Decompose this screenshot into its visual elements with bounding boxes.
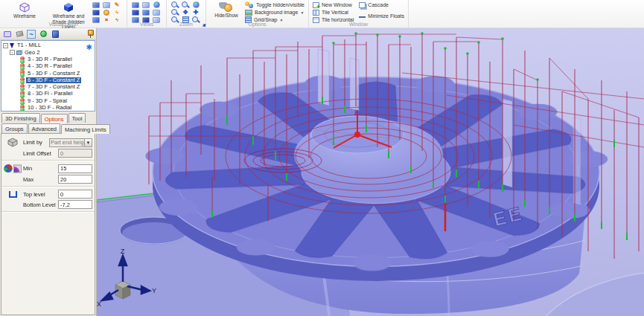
operation-parameters-panel: 3D Finishing Options Tool Groups Advance… xyxy=(0,112,96,316)
hide-show-icon xyxy=(219,1,234,13)
view-globe-icon[interactable] xyxy=(152,1,161,8)
ribbon-toolbar: Wireframe Wireframe and Shade (Hidden Li… xyxy=(0,0,644,28)
operation-status-icon xyxy=(19,63,25,70)
bottom-level-field[interactable]: -7,2 xyxy=(58,200,92,209)
mill-tool-icon xyxy=(10,43,14,48)
tree-operation-row[interactable]: 4 - 3D R - Parallel xyxy=(1,63,95,70)
tree-root-label: T1 - MILL xyxy=(16,42,42,49)
ribbon-group-hideshow: Hide/Show Toggle hidden/visible Backgrou… xyxy=(206,0,309,28)
shading-cube-icon[interactable] xyxy=(92,1,101,8)
hide-show-button[interactable]: Hide/Show xyxy=(210,1,243,19)
cam-manager-sidebar: ~ ✱ - T1 - MILL - Geo 2 3 - 3D R - Paral… xyxy=(0,28,97,316)
shaded-cube-icon xyxy=(62,1,75,13)
minimize-floats-button[interactable]: Minimize Floats xyxy=(359,13,404,19)
limit-solid-icon xyxy=(4,138,22,147)
max-field[interactable]: 20 xyxy=(58,175,92,184)
operation-status-icon xyxy=(19,91,25,97)
operations-tree: ✱ - T1 - MILL - Geo 2 3 - 3D R - Paralle… xyxy=(1,40,95,112)
limit-offset-label: Limit Offset xyxy=(23,150,57,157)
cascade-label: Cascade xyxy=(368,2,389,7)
zoom-window-icon[interactable]: ↗ xyxy=(181,1,190,8)
limit-by-dropdown[interactable]: Part end heigh ▼ xyxy=(49,138,92,147)
shading-cube-dark-icon[interactable] xyxy=(92,9,101,16)
new-window-label: New Window xyxy=(322,2,352,7)
tab-options[interactable]: Options xyxy=(41,114,68,123)
levels-icon xyxy=(4,191,22,198)
simulate-icon[interactable] xyxy=(39,30,48,38)
tab-advanced[interactable]: Advanced xyxy=(28,123,60,133)
hide-show-label: Hide/Show xyxy=(214,13,237,19)
tree-node-root[interactable]: - T1 - MILL xyxy=(1,42,95,49)
views-group-label: Views xyxy=(127,21,166,28)
tile-vertical-icon xyxy=(313,10,319,16)
tree-operation-row[interactable]: 10 - 3D F - Radial xyxy=(1,105,95,112)
cascade-button[interactable]: Cascade xyxy=(359,1,404,8)
operation-status-icon xyxy=(19,84,25,91)
tree-toolbar: ~ xyxy=(0,28,96,40)
edit-pencil-icon[interactable]: ✎ xyxy=(112,1,121,8)
top-level-label: Top level xyxy=(23,191,57,198)
tab-groups[interactable]: Groups xyxy=(1,123,28,133)
dropdown-arrow-icon[interactable]: ▼ xyxy=(84,139,92,146)
eraser-icon[interactable] xyxy=(15,30,24,38)
collapse-box-icon[interactable]: - xyxy=(3,43,8,48)
wireframe-button[interactable]: Wireframe xyxy=(4,1,45,19)
hide-ball-icon[interactable] xyxy=(102,9,111,16)
new-window-button[interactable]: New Window xyxy=(313,1,354,8)
toggle-hidden-icon xyxy=(245,1,254,9)
view-iso-icon[interactable] xyxy=(131,1,140,8)
background-image-dropdown-icon[interactable]: ▼ xyxy=(300,10,304,15)
top-level-field[interactable]: 0 xyxy=(58,190,92,199)
tab-3d-finishing[interactable]: 3D Finishing xyxy=(1,113,40,123)
tree-operation-row[interactable]: 8 - 3D Fl - Parallel xyxy=(1,91,95,97)
view-left-icon[interactable] xyxy=(152,9,161,16)
axis-x-label: X xyxy=(97,300,101,308)
limit-offset-field[interactable]: 0 xyxy=(58,149,92,158)
tab-machining-limits[interactable]: Machining Limits xyxy=(61,124,110,134)
operation-status-icon xyxy=(19,77,25,84)
pan-icon[interactable]: ✥ xyxy=(181,9,190,16)
min-field[interactable]: 15 xyxy=(58,164,92,173)
cascade-icon xyxy=(359,2,366,8)
options-items: Toggle hidden/visible Background image ▼… xyxy=(245,1,305,23)
machine-simulation-icon[interactable] xyxy=(51,30,60,38)
favorite-star-icon[interactable]: ✱ xyxy=(86,43,92,51)
shading-cube-light-icon[interactable] xyxy=(102,1,111,8)
ribbon-group-visualization: Wireframe Wireframe and Shade (Hidden Li… xyxy=(0,0,127,28)
view-front-icon[interactable] xyxy=(131,9,140,16)
zoom-out-icon[interactable]: − xyxy=(170,9,179,16)
operation-label: 3 - 3D R - Parallel xyxy=(26,57,74,63)
pin-panel-icon[interactable] xyxy=(87,30,93,38)
angle-pie-icon xyxy=(13,164,22,173)
tolerance-sphere-icon xyxy=(4,164,13,173)
toggle-hidden-button[interactable]: Toggle hidden/visible xyxy=(245,1,305,8)
zoom-globe-icon[interactable] xyxy=(191,1,200,8)
zoom-in-icon[interactable]: + xyxy=(170,1,179,8)
3d-viewport[interactable]: EE xyxy=(97,28,644,316)
operation-status-icon xyxy=(19,57,25,63)
tab-tool[interactable]: Tool xyxy=(68,113,86,123)
axis-y-label: Y xyxy=(152,287,156,294)
ribbon-group-views: Views xyxy=(127,0,167,28)
geometry-icon xyxy=(16,51,22,55)
viewport-canvas[interactable]: EE xyxy=(97,28,644,316)
flash-icon[interactable]: ϟ xyxy=(112,9,121,16)
wireframe-cube-icon xyxy=(18,1,31,13)
part-body: EE xyxy=(142,74,610,281)
operation-label: 10 - 3D F - Radial xyxy=(26,105,73,112)
min-label: Min xyxy=(23,165,57,172)
tile-vertical-label: Tile Vertical xyxy=(322,10,348,15)
background-image-button[interactable]: Background image ▼ xyxy=(245,9,305,16)
collapse-box-icon[interactable]: - xyxy=(10,50,15,55)
view-back-icon[interactable] xyxy=(141,9,150,16)
axis-z-label: Z xyxy=(121,248,125,255)
zoom-extents-icon[interactable]: ✚ xyxy=(191,9,200,16)
view-top-icon[interactable] xyxy=(141,1,150,8)
minimize-floats-icon xyxy=(359,14,366,18)
tile-vertical-button[interactable]: Tile Vertical xyxy=(313,9,354,16)
toolpath-curves-toggle-icon[interactable]: ~ xyxy=(27,30,36,38)
screen-display-icon[interactable] xyxy=(3,30,12,38)
operation-status-icon xyxy=(19,98,25,105)
operation-label: 9 - 3D F - Spiral xyxy=(26,98,68,105)
background-image-icon xyxy=(245,10,252,16)
